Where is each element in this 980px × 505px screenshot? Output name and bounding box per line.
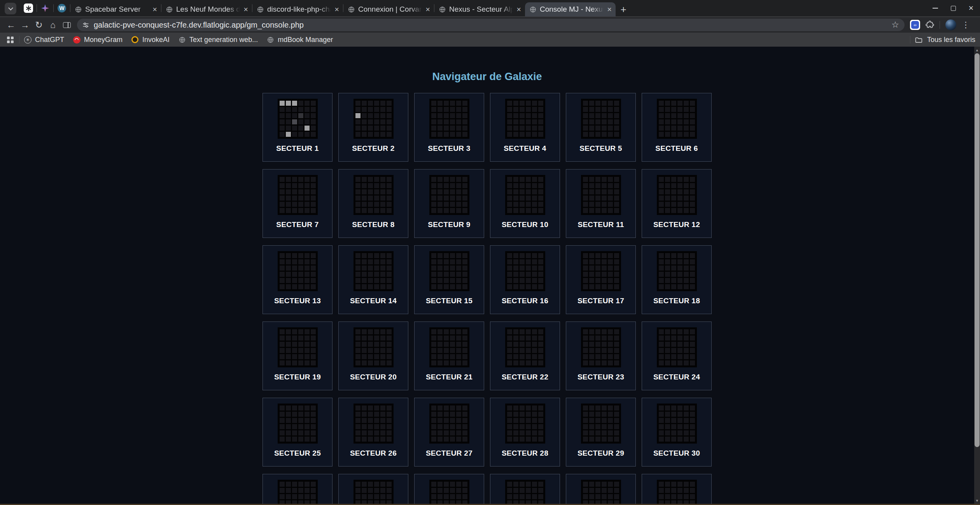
- sector-card[interactable]: SECTEUR 14: [338, 245, 408, 314]
- pinned-tab-chatgpt[interactable]: [20, 2, 37, 15]
- sector-card[interactable]: SECTEUR 26: [338, 398, 408, 467]
- sector-card[interactable]: SECTEUR 2: [338, 93, 408, 162]
- new-tab-button[interactable]: +: [616, 2, 631, 16]
- map-cell: [614, 342, 619, 347]
- scroll-down-arrow-icon[interactable]: ▼: [974, 497, 980, 504]
- scroll-up-arrow-icon[interactable]: ▲: [974, 47, 980, 53]
- site-settings-icon[interactable]: [82, 22, 89, 28]
- sector-card[interactable]: SECTEUR 3: [414, 93, 484, 162]
- back-button[interactable]: ←: [4, 18, 18, 32]
- map-cell: [665, 101, 670, 106]
- sector-card[interactable]: SECTEUR 22: [490, 322, 560, 390]
- forward-button[interactable]: →: [18, 18, 32, 32]
- bookmark-item[interactable]: ✳ChatGPT: [19, 34, 68, 45]
- sector-card[interactable]: SECTEUR 21: [414, 322, 484, 390]
- sector-card[interactable]: SECTEUR 31: [262, 474, 332, 504]
- tab-search-button[interactable]: [5, 3, 16, 14]
- url-text[interactable]: galactic-pve-conquest-c7fe.dev.flatlogic…: [94, 21, 887, 30]
- map-cell: [304, 488, 310, 493]
- sector-card[interactable]: SECTEUR 25: [262, 398, 332, 467]
- close-button[interactable]: ×: [962, 0, 980, 16]
- scrollbar-thumb[interactable]: [975, 53, 980, 447]
- sector-card[interactable]: SECTEUR 34: [490, 474, 560, 504]
- sector-card[interactable]: SECTEUR 20: [338, 322, 408, 390]
- address-bar[interactable]: galactic-pve-conquest-c7fe.dev.flatlogic…: [77, 19, 905, 31]
- map-cell: [355, 183, 360, 188]
- sector-card[interactable]: SECTEUR 33: [414, 474, 484, 504]
- sector-card[interactable]: SECTEUR 32: [338, 474, 408, 504]
- sector-card[interactable]: SECTEUR 8: [338, 169, 408, 238]
- tab-close-icon[interactable]: ×: [516, 5, 521, 13]
- sector-card[interactable]: SECTEUR 11: [566, 169, 636, 238]
- map-cell: [507, 278, 512, 283]
- extensions-puzzle-icon[interactable]: [926, 21, 934, 29]
- bookmark-item[interactable]: InvokeAI: [127, 34, 174, 45]
- sector-card[interactable]: SECTEUR 1: [262, 93, 332, 162]
- tab-close-icon[interactable]: ×: [152, 5, 157, 13]
- map-cell: [462, 488, 467, 493]
- sector-card[interactable]: SECTEUR 17: [566, 245, 636, 314]
- sector-card[interactable]: SECTEUR 24: [642, 322, 712, 390]
- tab-close-icon[interactable]: ×: [607, 5, 612, 13]
- sector-card[interactable]: SECTEUR 36: [642, 474, 712, 504]
- minimize-button[interactable]: [926, 0, 944, 16]
- map-cell: [292, 113, 297, 118]
- sector-card[interactable]: SECTEUR 30: [642, 398, 712, 467]
- map-cell: [690, 348, 695, 353]
- tab[interactable]: Nexus - Secteur Alpha [G1]×: [434, 2, 525, 16]
- sector-card[interactable]: SECTEUR 29: [566, 398, 636, 467]
- map-cell: [671, 278, 676, 283]
- map-cell: [608, 132, 613, 137]
- tab[interactable]: Les Neuf Mondes de la Mytholo×: [161, 2, 252, 16]
- tab[interactable]: Connexion | Corvara×: [343, 2, 434, 16]
- sector-card[interactable]: SECTEUR 7: [262, 169, 332, 238]
- side-panel-button[interactable]: [60, 18, 74, 32]
- sector-card[interactable]: SECTEUR 6: [642, 93, 712, 162]
- sector-card[interactable]: SECTEUR 23: [566, 322, 636, 390]
- maximize-button[interactable]: [944, 0, 962, 16]
- bookmark-star-icon[interactable]: ☆: [891, 20, 899, 30]
- sector-card[interactable]: SECTEUR 16: [490, 245, 560, 314]
- tab-close-icon[interactable]: ×: [243, 5, 248, 13]
- profile-avatar[interactable]: [945, 19, 956, 30]
- map-cell: [444, 494, 449, 499]
- tab-active[interactable]: Console MJ - Nexus×: [525, 2, 616, 16]
- sector-card[interactable]: SECTEUR 9: [414, 169, 484, 238]
- map-cell: [438, 113, 443, 118]
- apps-grid-icon[interactable]: [7, 37, 14, 43]
- bookmark-item[interactable]: mdBook Manager: [262, 34, 337, 45]
- map-cell: [280, 284, 285, 289]
- sector-card[interactable]: SECTEUR 18: [642, 245, 712, 314]
- bookmark-item[interactable]: Text generation web...: [174, 34, 262, 45]
- map-cell: [595, 189, 600, 194]
- page-scrollbar[interactable]: ▲ ▼: [974, 47, 980, 504]
- sector-card[interactable]: SECTEUR 12: [642, 169, 712, 238]
- extension-shortcut-icon[interactable]: ‹›: [910, 20, 920, 30]
- map-cell: [659, 488, 664, 493]
- browser-menu-icon[interactable]: ⋮: [962, 20, 970, 30]
- pinned-tab-gemini[interactable]: [37, 2, 53, 15]
- reload-button[interactable]: ↻: [32, 18, 46, 32]
- map-cell: [690, 482, 695, 487]
- sector-card[interactable]: SECTEUR 13: [262, 245, 332, 314]
- sector-card[interactable]: SECTEUR 35: [566, 474, 636, 504]
- map-cell: [374, 278, 379, 283]
- home-button[interactable]: ⌂: [46, 18, 60, 32]
- sector-card[interactable]: SECTEUR 5: [566, 93, 636, 162]
- sector-card[interactable]: SECTEUR 19: [262, 322, 332, 390]
- sector-card[interactable]: SECTEUR 27: [414, 398, 484, 467]
- sector-card[interactable]: SECTEUR 28: [490, 398, 560, 467]
- all-bookmarks[interactable]: Tous les favoris: [910, 36, 975, 44]
- pinned-tab-wordpress[interactable]: W: [54, 2, 70, 15]
- sector-card[interactable]: SECTEUR 15: [414, 245, 484, 314]
- map-cell: [677, 113, 682, 118]
- tab-close-icon[interactable]: ×: [334, 5, 339, 13]
- tab[interactable]: discord-like-php-chat-7262.dev×: [252, 2, 343, 16]
- tab[interactable]: Spacebar Server×: [70, 2, 161, 16]
- tab-close-icon[interactable]: ×: [425, 5, 430, 13]
- bookmark-item[interactable]: ◠MoneyGram: [68, 34, 127, 45]
- sector-card[interactable]: SECTEUR 10: [490, 169, 560, 238]
- map-cell: [374, 360, 379, 365]
- sector-card[interactable]: SECTEUR 4: [490, 93, 560, 162]
- map-cell: [380, 189, 385, 194]
